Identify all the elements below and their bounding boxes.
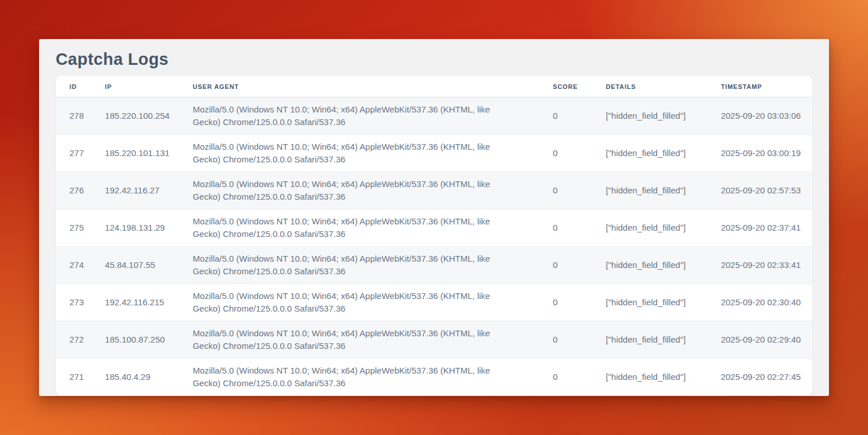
cell-details: ["hidden_field_filled"] bbox=[599, 247, 714, 284]
column-header-timestamp: TIMESTAMP bbox=[714, 76, 812, 98]
cell-ip: 45.84.107.55 bbox=[98, 247, 186, 284]
table-row: 271 185.40.4.29 Mozilla/5.0 (Windows NT … bbox=[56, 359, 812, 396]
table-row: 273 192.42.116.215 Mozilla/5.0 (Windows … bbox=[56, 284, 812, 321]
cell-ip: 185.220.100.254 bbox=[98, 98, 186, 135]
cell-score: 0 bbox=[546, 284, 599, 321]
column-header-user-agent: USER AGENT bbox=[186, 76, 546, 98]
table-row: 275 124.198.131.29 Mozilla/5.0 (Windows … bbox=[56, 209, 812, 247]
cell-details: ["hidden_field_filled"] bbox=[599, 98, 714, 135]
cell-score: 0 bbox=[546, 98, 599, 135]
cell-id: 278 bbox=[56, 98, 98, 135]
cell-user-agent: Mozilla/5.0 (Windows NT 10.0; Win64; x64… bbox=[186, 209, 546, 247]
logs-table-card: ID IP USER AGENT SCORE DETAILS TIMESTAMP… bbox=[56, 76, 812, 395]
cell-id: 276 bbox=[56, 172, 98, 209]
column-header-ip: IP bbox=[98, 76, 186, 98]
cell-ip: 185.40.4.29 bbox=[98, 359, 186, 396]
cell-ip: 185.100.87.250 bbox=[98, 321, 186, 359]
cell-id: 273 bbox=[56, 284, 98, 321]
page-title: Captcha Logs bbox=[56, 49, 812, 69]
cell-details: ["hidden_field_filled"] bbox=[599, 321, 714, 359]
table-body: 278 185.220.100.254 Mozilla/5.0 (Windows… bbox=[56, 98, 812, 396]
cell-timestamp: 2025-09-20 02:57:53 bbox=[714, 172, 812, 209]
cell-score: 0 bbox=[546, 359, 599, 396]
cell-user-agent: Mozilla/5.0 (Windows NT 10.0; Win64; x64… bbox=[186, 359, 546, 396]
cell-timestamp: 2025-09-20 02:33:41 bbox=[714, 247, 812, 284]
table-row: 277 185.220.101.131 Mozilla/5.0 (Windows… bbox=[56, 135, 812, 172]
cell-user-agent: Mozilla/5.0 (Windows NT 10.0; Win64; x64… bbox=[186, 98, 546, 135]
cell-user-agent: Mozilla/5.0 (Windows NT 10.0; Win64; x64… bbox=[186, 172, 546, 209]
cell-user-agent: Mozilla/5.0 (Windows NT 10.0; Win64; x64… bbox=[186, 321, 546, 359]
table-header-row: ID IP USER AGENT SCORE DETAILS TIMESTAMP bbox=[56, 76, 812, 98]
column-header-details: DETAILS bbox=[599, 76, 714, 98]
column-header-score: SCORE bbox=[546, 76, 599, 98]
cell-score: 0 bbox=[546, 247, 599, 284]
cell-score: 0 bbox=[546, 172, 599, 209]
cell-timestamp: 2025-09-20 02:29:40 bbox=[714, 321, 812, 359]
cell-score: 0 bbox=[546, 321, 599, 359]
cell-user-agent: Mozilla/5.0 (Windows NT 10.0; Win64; x64… bbox=[186, 247, 546, 284]
cell-id: 274 bbox=[56, 247, 98, 284]
cell-details: ["hidden_field_filled"] bbox=[599, 284, 714, 321]
cell-details: ["hidden_field_filled"] bbox=[599, 359, 714, 396]
cell-id: 277 bbox=[56, 135, 98, 172]
cell-ip: 192.42.116.215 bbox=[98, 284, 186, 321]
cell-id: 272 bbox=[56, 321, 98, 359]
cell-details: ["hidden_field_filled"] bbox=[599, 172, 714, 209]
cell-details: ["hidden_field_filled"] bbox=[599, 209, 714, 247]
table-row: 278 185.220.100.254 Mozilla/5.0 (Windows… bbox=[56, 98, 812, 135]
table-row: 272 185.100.87.250 Mozilla/5.0 (Windows … bbox=[56, 321, 812, 359]
column-header-id: ID bbox=[56, 76, 98, 98]
cell-score: 0 bbox=[546, 209, 599, 247]
table-row: 276 192.42.116.27 Mozilla/5.0 (Windows N… bbox=[56, 172, 812, 209]
captcha-logs-table: ID IP USER AGENT SCORE DETAILS TIMESTAMP… bbox=[56, 76, 812, 395]
cell-timestamp: 2025-09-20 03:00:19 bbox=[714, 135, 812, 172]
cell-id: 275 bbox=[56, 209, 98, 247]
cell-timestamp: 2025-09-20 03:03:06 bbox=[714, 98, 812, 135]
cell-timestamp: 2025-09-20 02:30:40 bbox=[714, 284, 812, 321]
cell-user-agent: Mozilla/5.0 (Windows NT 10.0; Win64; x64… bbox=[186, 135, 546, 172]
captcha-logs-panel: Captcha Logs ID IP USER AGENT SCORE bbox=[39, 39, 829, 396]
cell-details: ["hidden_field_filled"] bbox=[599, 135, 714, 172]
cell-score: 0 bbox=[546, 135, 599, 172]
cell-id: 271 bbox=[56, 359, 98, 396]
table-row: 274 45.84.107.55 Mozilla/5.0 (Windows NT… bbox=[56, 247, 812, 284]
cell-user-agent: Mozilla/5.0 (Windows NT 10.0; Win64; x64… bbox=[186, 284, 546, 321]
cell-ip: 192.42.116.27 bbox=[98, 172, 186, 209]
cell-timestamp: 2025-09-20 02:27:45 bbox=[714, 359, 812, 396]
cell-timestamp: 2025-09-20 02:37:41 bbox=[714, 209, 812, 247]
cell-ip: 124.198.131.29 bbox=[98, 209, 186, 247]
cell-ip: 185.220.101.131 bbox=[98, 135, 186, 172]
